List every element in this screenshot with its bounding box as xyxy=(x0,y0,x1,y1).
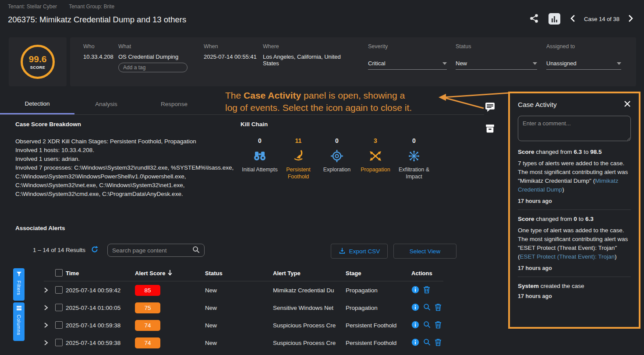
case-score-breakdown: Case Score Breakdown Observed 2 XDR Kill… xyxy=(15,121,238,199)
field-assigned: Assigned to Unassigned xyxy=(546,43,630,86)
entry-timestamp: 17 hours ago xyxy=(518,265,631,271)
share-icon xyxy=(529,14,539,25)
cell-time: 2025-07-14 00:59:38 xyxy=(66,340,135,346)
select-view-button[interactable]: Select View xyxy=(393,244,456,259)
what-label: What xyxy=(118,43,204,50)
bar-chart-icon xyxy=(548,13,560,25)
status-value: New xyxy=(456,60,467,67)
info-icon xyxy=(411,338,419,348)
table-row: 2025-07-14 00:59:38 74 New Suspicious Pr… xyxy=(44,316,443,334)
propagation-icon xyxy=(356,149,395,163)
filter-icon xyxy=(16,271,22,278)
severity-label: Severity xyxy=(368,43,456,50)
case-detail-page: Tenant: Stellar Cyber Tenant Group: Brit… xyxy=(0,0,644,355)
search-input[interactable] xyxy=(112,247,192,254)
export-csv-button[interactable]: Export CSV xyxy=(331,244,388,259)
refresh-button[interactable] xyxy=(91,245,99,255)
row-checkbox[interactable] xyxy=(55,304,63,311)
tenant-bar: Tenant: Stellar Cyber Tenant Group: Brit… xyxy=(8,4,125,10)
case-info-card: Who 10.33.4.208 What OS Credential Dumpi… xyxy=(70,37,636,86)
score-value: 99.6 xyxy=(29,54,47,64)
info-icon xyxy=(411,286,419,295)
sort-desc-icon xyxy=(168,270,172,277)
archive-case-button[interactable] xyxy=(485,123,495,135)
expand-row-button[interactable] xyxy=(44,287,48,293)
info-icon xyxy=(411,321,419,330)
chevron-left-icon xyxy=(570,14,575,24)
tab-analysis[interactable]: Analysis xyxy=(74,94,138,114)
investigate-button[interactable] xyxy=(423,321,431,330)
severity-dropdown[interactable]: Critical xyxy=(368,60,447,70)
field-what: What OS Credential Dumping xyxy=(118,43,204,86)
header-controls: Case 14 of 38 xyxy=(529,13,633,25)
field-when: When 2025-07-14 00:55:41 xyxy=(204,43,263,86)
prev-case-button[interactable] xyxy=(570,14,575,24)
comment-input[interactable] xyxy=(518,116,631,141)
magnify-icon xyxy=(423,303,431,312)
next-case-button[interactable] xyxy=(628,14,633,24)
magnify-icon xyxy=(423,321,431,330)
case-chart-button[interactable] xyxy=(548,13,560,25)
col-alert-score[interactable]: Alert Score xyxy=(135,270,205,277)
who-label: Who xyxy=(83,43,118,50)
share-button[interactable] xyxy=(529,14,539,25)
activity-entry: Score changed from 6.3 to 98.5 7 types o… xyxy=(518,143,631,210)
cell-time: 2025-07-14 00:59:38 xyxy=(66,322,135,329)
table-header-row: Time Alert Score Status Alert Type Stage… xyxy=(44,266,443,281)
stage-exploration: 0 Exploration xyxy=(318,137,356,180)
info-button[interactable] xyxy=(411,321,419,330)
case-summary: 99.6 SCORE Who 10.33.4.208 What OS Crede… xyxy=(9,37,636,86)
status-label: Status xyxy=(456,43,546,50)
tab-response[interactable]: Response xyxy=(138,94,210,114)
cell-alert-type: Suspicious Process Cre xyxy=(273,340,346,346)
breakdown-text: Observed 2 XDR Kill Chain Stages: Persis… xyxy=(15,137,238,199)
stage-propagation: 3 Propagation xyxy=(356,137,395,180)
select-all-checkbox[interactable] xyxy=(55,269,63,277)
stage-persistent-foothold: 11 Persistent Foothold xyxy=(279,137,318,180)
info-button[interactable] xyxy=(411,338,419,348)
download-icon xyxy=(339,247,346,256)
row-checkbox[interactable] xyxy=(55,286,63,294)
case-activity-toggle-button[interactable] xyxy=(485,101,495,114)
info-button[interactable] xyxy=(411,286,419,295)
cell-stage: Persistent Foothold xyxy=(346,322,411,329)
col-stage: Stage xyxy=(346,270,411,277)
close-panel-button[interactable] xyxy=(624,100,631,109)
expand-row-button[interactable] xyxy=(44,340,48,346)
activity-entry: Score changed from 0 to 6.3 One type of … xyxy=(518,210,631,277)
alert-score-badge: 85 xyxy=(135,285,160,296)
delete-button[interactable] xyxy=(423,286,430,295)
delete-button[interactable] xyxy=(435,321,442,330)
add-tag-input[interactable] xyxy=(118,63,188,72)
filters-button[interactable]: Filters xyxy=(13,268,25,301)
delete-button[interactable] xyxy=(435,338,442,348)
case-activity-header: Case Activity xyxy=(518,100,631,109)
status-dropdown[interactable]: New xyxy=(456,60,537,70)
binoculars-icon xyxy=(241,149,279,163)
columns-button[interactable]: Columns xyxy=(13,302,25,341)
expand-row-button[interactable] xyxy=(44,305,48,311)
alert-link[interactable]: ESET Protect (Threat Event): Trojan xyxy=(520,253,615,260)
row-checkbox[interactable] xyxy=(55,339,63,346)
expand-row-button[interactable] xyxy=(44,322,48,328)
close-icon xyxy=(624,100,631,109)
alert-score-badge: 74 xyxy=(135,320,160,331)
assigned-dropdown[interactable]: Unassigned xyxy=(546,60,621,70)
who-value: 10.33.4.208 xyxy=(83,53,118,60)
col-alert-type: Alert Type xyxy=(273,270,346,277)
cell-stage: Propagation xyxy=(346,305,411,311)
kill-chain: Kill Chain 0 Initial Attempts 11 Persist… xyxy=(241,121,438,180)
cell-status: New xyxy=(205,340,273,346)
annotation-arrow xyxy=(438,88,513,114)
chevron-down-icon xyxy=(442,62,447,65)
case-activity-panel: Case Activity Score changed from 6.3 to … xyxy=(508,92,640,329)
refresh-icon xyxy=(91,245,99,255)
investigate-button[interactable] xyxy=(423,338,431,347)
case-activity-title: Case Activity xyxy=(518,101,557,109)
tab-detection[interactable]: Detection xyxy=(0,94,74,114)
delete-button[interactable] xyxy=(435,303,442,312)
what-value: OS Credential Dumping xyxy=(118,53,204,60)
investigate-button[interactable] xyxy=(423,303,431,312)
row-checkbox[interactable] xyxy=(55,321,63,329)
info-button[interactable] xyxy=(411,303,419,312)
